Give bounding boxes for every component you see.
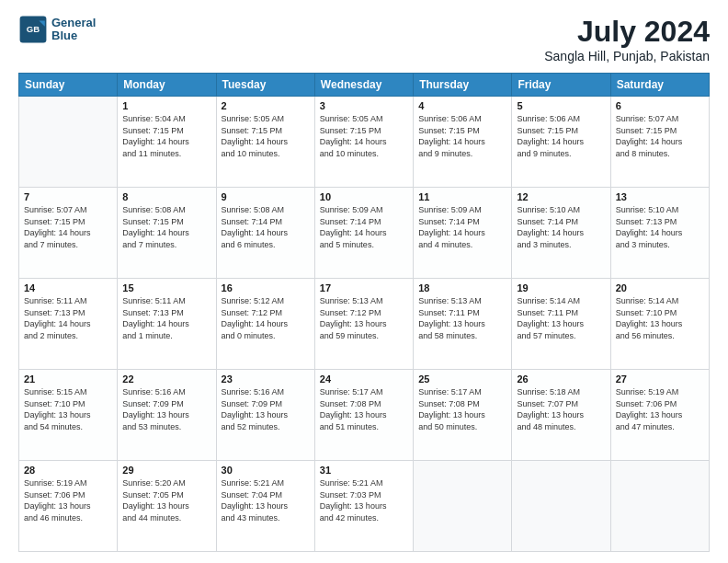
calendar-cell: 30Sunrise: 5:21 AM Sunset: 7:04 PM Dayli… bbox=[216, 461, 314, 552]
day-number: 20 bbox=[616, 282, 704, 293]
day-number: 18 bbox=[418, 282, 506, 293]
calendar-cell: 6Sunrise: 5:07 AM Sunset: 7:15 PM Daylig… bbox=[610, 97, 709, 188]
day-info: Sunrise: 5:21 AM Sunset: 7:04 PM Dayligh… bbox=[222, 477, 310, 523]
calendar-cell bbox=[19, 97, 118, 188]
day-number: 21 bbox=[24, 373, 112, 385]
calendar-cell: 12Sunrise: 5:10 AM Sunset: 7:14 PM Dayli… bbox=[512, 188, 610, 279]
day-number: 13 bbox=[616, 191, 704, 202]
calendar-header-row: SundayMondayTuesdayWednesdayThursdayFrid… bbox=[19, 74, 710, 97]
calendar-cell: 10Sunrise: 5:09 AM Sunset: 7:14 PM Dayli… bbox=[314, 188, 413, 279]
day-info: Sunrise: 5:21 AM Sunset: 7:03 PM Dayligh… bbox=[320, 477, 408, 523]
calendar-cell: 5Sunrise: 5:06 AM Sunset: 7:15 PM Daylig… bbox=[512, 97, 610, 188]
week-row-0: 1Sunrise: 5:04 AM Sunset: 7:15 PM Daylig… bbox=[19, 97, 710, 188]
day-number: 30 bbox=[222, 465, 310, 476]
calendar-cell: 8Sunrise: 5:08 AM Sunset: 7:15 PM Daylig… bbox=[118, 188, 216, 279]
calendar-cell: 19Sunrise: 5:14 AM Sunset: 7:11 PM Dayli… bbox=[512, 279, 610, 370]
day-number: 29 bbox=[122, 465, 210, 476]
day-info: Sunrise: 5:08 AM Sunset: 7:14 PM Dayligh… bbox=[222, 204, 310, 250]
calendar-cell: 1Sunrise: 5:04 AM Sunset: 7:15 PM Daylig… bbox=[118, 97, 216, 188]
day-info: Sunrise: 5:19 AM Sunset: 7:06 PM Dayligh… bbox=[24, 477, 112, 523]
day-number: 5 bbox=[517, 100, 605, 111]
day-number: 23 bbox=[222, 373, 310, 385]
header: GB General Blue July 2024 Sangla Hill, P… bbox=[18, 15, 710, 63]
logo-line2: Blue bbox=[51, 29, 96, 42]
page: GB General Blue July 2024 Sangla Hill, P… bbox=[0, 0, 728, 563]
day-info: Sunrise: 5:13 AM Sunset: 7:11 PM Dayligh… bbox=[418, 295, 506, 341]
day-number: 8 bbox=[122, 191, 210, 202]
day-header-wednesday: Wednesday bbox=[314, 74, 413, 97]
day-info: Sunrise: 5:12 AM Sunset: 7:12 PM Dayligh… bbox=[222, 295, 310, 341]
calendar-cell: 11Sunrise: 5:09 AM Sunset: 7:14 PM Dayli… bbox=[414, 188, 512, 279]
calendar-cell: 4Sunrise: 5:06 AM Sunset: 7:15 PM Daylig… bbox=[414, 97, 512, 188]
calendar-cell: 21Sunrise: 5:15 AM Sunset: 7:10 PM Dayli… bbox=[19, 370, 118, 461]
day-number: 27 bbox=[616, 373, 704, 385]
day-number: 25 bbox=[418, 373, 506, 385]
day-info: Sunrise: 5:16 AM Sunset: 7:09 PM Dayligh… bbox=[222, 386, 310, 432]
day-number: 17 bbox=[320, 282, 408, 293]
calendar-cell: 17Sunrise: 5:13 AM Sunset: 7:12 PM Dayli… bbox=[314, 279, 413, 370]
calendar-cell bbox=[414, 461, 512, 552]
day-number: 1 bbox=[122, 100, 210, 111]
day-info: Sunrise: 5:07 AM Sunset: 7:15 PM Dayligh… bbox=[616, 113, 704, 159]
calendar-cell: 2Sunrise: 5:05 AM Sunset: 7:15 PM Daylig… bbox=[216, 97, 314, 188]
calendar-cell bbox=[610, 461, 709, 552]
calendar-cell: 29Sunrise: 5:20 AM Sunset: 7:05 PM Dayli… bbox=[118, 461, 216, 552]
day-info: Sunrise: 5:10 AM Sunset: 7:13 PM Dayligh… bbox=[616, 204, 704, 250]
day-header-thursday: Thursday bbox=[414, 74, 512, 97]
calendar-cell: 15Sunrise: 5:11 AM Sunset: 7:13 PM Dayli… bbox=[118, 279, 216, 370]
calendar-cell: 14Sunrise: 5:11 AM Sunset: 7:13 PM Dayli… bbox=[19, 279, 118, 370]
day-info: Sunrise: 5:07 AM Sunset: 7:15 PM Dayligh… bbox=[24, 204, 112, 250]
calendar-cell: 31Sunrise: 5:21 AM Sunset: 7:03 PM Dayli… bbox=[314, 461, 413, 552]
day-number: 14 bbox=[24, 282, 112, 293]
day-info: Sunrise: 5:06 AM Sunset: 7:15 PM Dayligh… bbox=[517, 113, 605, 159]
day-number: 7 bbox=[24, 191, 112, 202]
day-info: Sunrise: 5:16 AM Sunset: 7:09 PM Dayligh… bbox=[122, 386, 210, 432]
day-info: Sunrise: 5:06 AM Sunset: 7:15 PM Dayligh… bbox=[418, 113, 506, 159]
day-header-sunday: Sunday bbox=[19, 74, 118, 97]
svg-text:GB: GB bbox=[27, 24, 40, 34]
calendar-cell: 24Sunrise: 5:17 AM Sunset: 7:08 PM Dayli… bbox=[314, 370, 413, 461]
calendar-cell: 18Sunrise: 5:13 AM Sunset: 7:11 PM Dayli… bbox=[414, 279, 512, 370]
calendar-cell: 28Sunrise: 5:19 AM Sunset: 7:06 PM Dayli… bbox=[19, 461, 118, 552]
subtitle: Sangla Hill, Punjab, Pakistan bbox=[544, 49, 710, 63]
logo-icon: GB bbox=[18, 15, 48, 44]
title-block: July 2024 Sangla Hill, Punjab, Pakistan bbox=[544, 15, 710, 63]
day-number: 24 bbox=[320, 373, 408, 385]
day-number: 16 bbox=[222, 282, 310, 293]
day-info: Sunrise: 5:10 AM Sunset: 7:14 PM Dayligh… bbox=[517, 204, 605, 250]
day-number: 31 bbox=[320, 465, 408, 476]
calendar-cell: 13Sunrise: 5:10 AM Sunset: 7:13 PM Dayli… bbox=[610, 188, 709, 279]
calendar-cell: 26Sunrise: 5:18 AM Sunset: 7:07 PM Dayli… bbox=[512, 370, 610, 461]
calendar-cell: 9Sunrise: 5:08 AM Sunset: 7:14 PM Daylig… bbox=[216, 188, 314, 279]
week-row-4: 28Sunrise: 5:19 AM Sunset: 7:06 PM Dayli… bbox=[19, 461, 710, 552]
day-number: 26 bbox=[517, 373, 605, 385]
calendar-cell: 3Sunrise: 5:05 AM Sunset: 7:15 PM Daylig… bbox=[314, 97, 413, 188]
day-info: Sunrise: 5:13 AM Sunset: 7:12 PM Dayligh… bbox=[320, 295, 408, 341]
day-header-monday: Monday bbox=[118, 74, 216, 97]
day-number: 6 bbox=[616, 100, 704, 111]
day-number: 28 bbox=[24, 465, 112, 476]
calendar-table: SundayMondayTuesdayWednesdayThursdayFrid… bbox=[18, 73, 710, 552]
logo-text: General Blue bbox=[51, 17, 96, 43]
day-info: Sunrise: 5:14 AM Sunset: 7:10 PM Dayligh… bbox=[616, 295, 704, 341]
day-info: Sunrise: 5:09 AM Sunset: 7:14 PM Dayligh… bbox=[418, 204, 506, 250]
calendar-cell: 16Sunrise: 5:12 AM Sunset: 7:12 PM Dayli… bbox=[216, 279, 314, 370]
calendar-cell: 27Sunrise: 5:19 AM Sunset: 7:06 PM Dayli… bbox=[610, 370, 709, 461]
day-info: Sunrise: 5:05 AM Sunset: 7:15 PM Dayligh… bbox=[222, 113, 310, 159]
calendar-cell bbox=[512, 461, 610, 552]
calendar-cell: 22Sunrise: 5:16 AM Sunset: 7:09 PM Dayli… bbox=[118, 370, 216, 461]
day-info: Sunrise: 5:14 AM Sunset: 7:11 PM Dayligh… bbox=[517, 295, 605, 341]
week-row-2: 14Sunrise: 5:11 AM Sunset: 7:13 PM Dayli… bbox=[19, 279, 710, 370]
day-info: Sunrise: 5:08 AM Sunset: 7:15 PM Dayligh… bbox=[122, 204, 210, 250]
day-number: 4 bbox=[418, 100, 506, 111]
day-header-friday: Friday bbox=[512, 74, 610, 97]
day-number: 22 bbox=[122, 373, 210, 385]
day-info: Sunrise: 5:11 AM Sunset: 7:13 PM Dayligh… bbox=[24, 295, 112, 341]
calendar-cell: 23Sunrise: 5:16 AM Sunset: 7:09 PM Dayli… bbox=[216, 370, 314, 461]
day-number: 9 bbox=[222, 191, 310, 202]
day-number: 10 bbox=[320, 191, 408, 202]
day-info: Sunrise: 5:18 AM Sunset: 7:07 PM Dayligh… bbox=[517, 386, 605, 432]
day-info: Sunrise: 5:17 AM Sunset: 7:08 PM Dayligh… bbox=[320, 386, 408, 432]
week-row-3: 21Sunrise: 5:15 AM Sunset: 7:10 PM Dayli… bbox=[19, 370, 710, 461]
calendar-cell: 20Sunrise: 5:14 AM Sunset: 7:10 PM Dayli… bbox=[610, 279, 709, 370]
